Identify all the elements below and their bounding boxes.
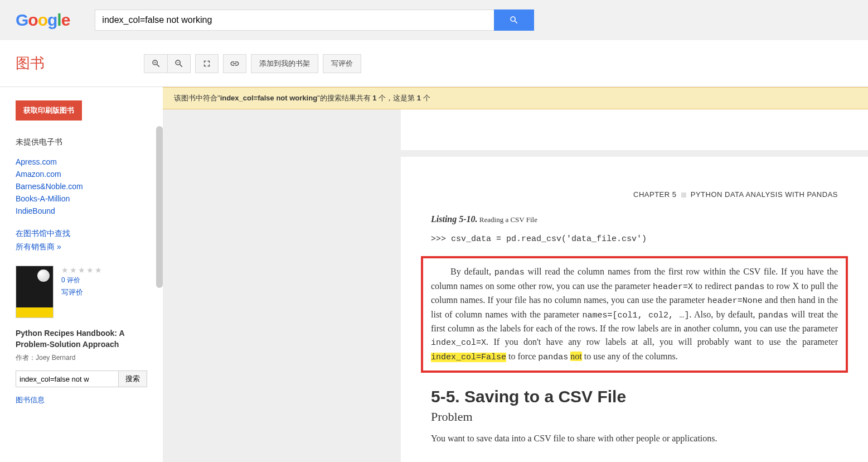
search-highlight-box: By default, pandas will read the column … <box>421 256 848 373</box>
result-text: 个，这是第 <box>377 94 417 102</box>
main-area: 该图书中符合"index_col=false not working"的搜索结果… <box>163 87 868 462</box>
body-text: You want to save data into a CSV file to… <box>431 432 838 445</box>
seller-link[interactable]: Books-A-Million <box>16 194 70 203</box>
in-book-search-input[interactable] <box>16 370 119 387</box>
code-line: >>> csv_data = pd.read_csv('data_file.cs… <box>431 234 838 244</box>
book-page: CHAPTER 5 PYTHON DATA ANALYSIS WITH PAND… <box>401 157 868 462</box>
chapter-title: PYTHON DATA ANALYSIS WITH PANDAS <box>691 190 838 199</box>
chapter-number: CHAPTER 5 <box>633 190 676 199</box>
get-print-book-button[interactable]: 获取印刷版图书 <box>16 100 82 121</box>
subsection-title: Problem <box>431 410 838 424</box>
no-ebook-label: 未提供电子书 <box>16 137 147 147</box>
listing-header: Listing 5-10. Reading a CSV File <box>431 214 838 224</box>
in-book-search-form: 搜索 <box>16 370 147 387</box>
write-review-link[interactable]: 写评价 <box>61 287 103 297</box>
toolbar: 图书 添加到我的书架 写评价 <box>0 40 868 87</box>
body-paragraph: By default, pandas will read the column … <box>431 265 838 364</box>
listing-label: Listing 5-10. <box>431 214 478 224</box>
book-cover-thumbnail[interactable] <box>16 266 54 318</box>
find-in-library-link[interactable]: 在图书馆中查找 <box>16 229 70 238</box>
sidebar: 获取印刷版图书 未提供电子书 Apress.com Amazon.com Bar… <box>0 87 163 462</box>
search-input[interactable] <box>95 9 494 31</box>
content-area: 获取印刷版图书 未提供电子书 Apress.com Amazon.com Bar… <box>0 87 868 462</box>
link-icon <box>230 59 240 69</box>
fullscreen-button[interactable] <box>195 54 219 73</box>
zoom-out-button[interactable] <box>167 54 191 73</box>
zoom-group <box>144 54 191 73</box>
google-logo[interactable]: Google <box>16 11 70 30</box>
page-scroll-area[interactable]: CHAPTER 5 PYTHON DATA ANALYSIS WITH PAND… <box>163 109 868 462</box>
seller-link[interactable]: Amazon.com <box>16 170 61 179</box>
zoom-in-button[interactable] <box>144 54 167 73</box>
listing-title: Reading a CSV File <box>479 215 537 224</box>
book-info-link[interactable]: 图书信息 <box>16 396 45 404</box>
book-title: Python Recipes Handbook: A Problem-Solut… <box>16 328 147 350</box>
search-highlight: not <box>570 352 581 361</box>
result-text: "的搜索结果共有 <box>317 94 372 102</box>
review-count-link[interactable]: 0 评价 <box>61 276 103 285</box>
library-list: 在图书馆中查找 所有销售商 » <box>16 229 147 252</box>
previous-page-stub <box>401 109 868 150</box>
seller-link[interactable]: Apress.com <box>16 157 57 166</box>
in-book-search-button[interactable]: 搜索 <box>119 370 147 387</box>
section-title: 5-5. Saving to a CSV File <box>431 387 838 406</box>
result-total: 1 <box>372 94 376 102</box>
zoom-out-icon <box>174 59 184 69</box>
result-query: index_col=false not working <box>220 94 317 102</box>
seller-list: Apress.com Amazon.com Barnes&Noble.com B… <box>16 157 147 215</box>
all-sellers-link[interactable]: 所有销售商 » <box>16 242 61 251</box>
header-bar: Google <box>0 0 868 40</box>
book-info-block: ★★★★★ 0 评价 写评价 <box>16 266 147 318</box>
write-review-button[interactable]: 写评价 <box>323 54 361 73</box>
search-icon <box>509 15 519 25</box>
result-current: 1 <box>417 94 421 102</box>
link-button[interactable] <box>223 54 246 73</box>
books-brand[interactable]: 图书 <box>16 54 45 73</box>
search-result-bar: 该图书中符合"index_col=false not working"的搜索结果… <box>163 87 868 109</box>
book-author: 作者：Joey Bernard <box>16 353 147 363</box>
fullscreen-icon <box>202 59 212 69</box>
result-text: 个 <box>421 94 430 102</box>
sidebar-scrollbar[interactable] <box>156 126 163 288</box>
search-button[interactable] <box>494 9 534 31</box>
search-highlight: index_col=False <box>431 353 506 362</box>
result-text: 该图书中符合" <box>174 94 220 102</box>
zoom-in-icon <box>151 59 161 69</box>
chapter-header: CHAPTER 5 PYTHON DATA ANALYSIS WITH PAND… <box>431 190 838 199</box>
seller-link[interactable]: Barnes&Noble.com <box>16 182 83 191</box>
separator-icon <box>681 192 686 198</box>
add-to-shelf-button[interactable]: 添加到我的书架 <box>251 54 318 73</box>
seller-link[interactable]: IndieBound <box>16 206 55 215</box>
search-form <box>95 9 534 31</box>
rating-stars: ★★★★★ <box>61 266 103 275</box>
